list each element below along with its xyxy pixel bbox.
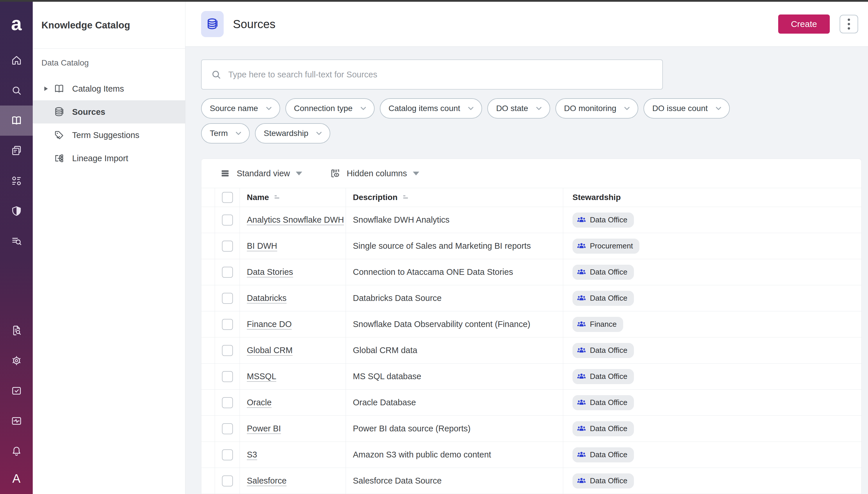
rail-monitoring[interactable] bbox=[0, 406, 33, 436]
source-name-link[interactable]: Databricks bbox=[247, 293, 287, 303]
view-selector[interactable]: Standard view bbox=[220, 168, 302, 178]
rail-knowledge-catalog[interactable] bbox=[0, 106, 33, 136]
table-row[interactable]: MSSQL MS SQL database Data Office bbox=[201, 363, 861, 390]
row-checkbox[interactable] bbox=[222, 423, 233, 434]
create-button[interactable]: Create bbox=[778, 15, 830, 34]
filter-do-state[interactable]: DO state bbox=[487, 98, 550, 118]
rail-settings[interactable] bbox=[0, 346, 33, 376]
stewardship-badge[interactable]: Data Office bbox=[572, 212, 634, 228]
table-row[interactable]: Global CRM Global CRM data Data Office bbox=[201, 338, 861, 363]
row-checkbox[interactable] bbox=[222, 214, 233, 226]
sort-icon[interactable] bbox=[274, 193, 282, 202]
row-checkbox[interactable] bbox=[222, 241, 233, 252]
chevron-down-icon bbox=[467, 104, 475, 113]
sidebar-item-term-suggestions[interactable]: Term Suggestions bbox=[33, 124, 185, 147]
source-name-link[interactable]: Finance DO bbox=[247, 320, 292, 329]
rail-documents[interactable] bbox=[0, 136, 33, 166]
expand-caret-icon[interactable] bbox=[44, 86, 53, 91]
sort-icon[interactable] bbox=[402, 193, 411, 202]
select-all-checkbox[interactable] bbox=[222, 192, 233, 203]
table-row[interactable]: Finance DO Snowflake Data Observability … bbox=[201, 311, 861, 338]
row-checkbox[interactable] bbox=[222, 371, 233, 382]
source-name-link[interactable]: Salesforce bbox=[247, 476, 287, 486]
stewardship-badge[interactable]: Data Office bbox=[572, 395, 634, 410]
table-row[interactable]: Databricks Databricks Data Source Data O… bbox=[201, 285, 861, 311]
lineage-icon bbox=[54, 153, 65, 164]
stewardship-badge[interactable]: Data Office bbox=[572, 447, 634, 462]
column-header-description[interactable]: Description bbox=[353, 193, 397, 202]
stewardship-badge[interactable]: Data Office bbox=[572, 369, 634, 384]
stewardship-badge[interactable]: Finance bbox=[572, 317, 623, 332]
chevron-down-icon bbox=[315, 129, 323, 138]
rail-tasks[interactable] bbox=[0, 376, 33, 406]
row-checkbox[interactable] bbox=[222, 475, 233, 487]
source-description: Oracle Database bbox=[353, 398, 416, 407]
source-description: Amazon S3 with public demo content bbox=[353, 450, 491, 459]
stewardship-badge[interactable]: Data Office bbox=[572, 473, 634, 489]
filter-term[interactable]: Term bbox=[201, 123, 250, 144]
rail-bottom-group: A bbox=[0, 316, 33, 494]
stewardship-badge[interactable]: Data Office bbox=[572, 343, 634, 358]
row-checkbox[interactable] bbox=[222, 267, 233, 278]
row-checkbox[interactable] bbox=[222, 397, 233, 408]
filter-do-monitoring[interactable]: DO monitoring bbox=[555, 98, 638, 118]
stewardship-badge[interactable]: Procurement bbox=[572, 239, 639, 254]
source-name-link[interactable]: Power BI bbox=[247, 424, 281, 433]
stewardship-badge[interactable]: Data Office bbox=[572, 421, 634, 436]
more-actions-button[interactable] bbox=[840, 15, 858, 33]
source-name-link[interactable]: Analytics Snowflake DWH bbox=[247, 215, 344, 225]
search-input[interactable] bbox=[228, 70, 655, 79]
people-group-icon bbox=[576, 346, 586, 356]
components-icon bbox=[11, 175, 22, 187]
table-row[interactable]: Analytics Snowflake DWH Snowflake DWH An… bbox=[201, 207, 861, 233]
table-row[interactable]: BI DWH Single source of Sales and Market… bbox=[201, 233, 861, 259]
chevron-down-icon bbox=[623, 104, 631, 113]
table-row[interactable]: Power BI Power BI data source (Reports) … bbox=[201, 416, 861, 442]
source-name-link[interactable]: Oracle bbox=[247, 398, 272, 407]
source-name-link[interactable]: BI DWH bbox=[247, 241, 277, 251]
hidden-columns-selector[interactable]: Hidden columns bbox=[330, 168, 419, 178]
table-view-icon bbox=[220, 168, 230, 178]
rail-home[interactable] bbox=[0, 45, 33, 75]
monitoring-icon bbox=[11, 415, 22, 427]
sidebar-item-sources[interactable]: Sources bbox=[33, 100, 185, 124]
column-header-name[interactable]: Name bbox=[247, 193, 269, 202]
filter-catalog-items-count[interactable]: Catalog items count bbox=[380, 98, 482, 118]
rail-document-search[interactable] bbox=[0, 316, 33, 346]
source-name-link[interactable]: S3 bbox=[247, 450, 257, 459]
row-checkbox[interactable] bbox=[222, 449, 233, 460]
source-description: MS SQL database bbox=[353, 372, 421, 381]
rail-governance[interactable] bbox=[0, 196, 33, 226]
filter-connection-type[interactable]: Connection type bbox=[285, 98, 375, 118]
table-row[interactable]: Data Stories Connection to Ataccama ONE … bbox=[201, 259, 861, 285]
stewardship-badge[interactable]: Data Office bbox=[572, 265, 634, 280]
rail-search[interactable] bbox=[0, 75, 33, 106]
filter-row-2: Term Stewardship bbox=[201, 123, 862, 144]
row-checkbox[interactable] bbox=[222, 319, 233, 330]
column-header-stewardship[interactable]: Stewardship bbox=[572, 193, 620, 202]
row-checkbox[interactable] bbox=[222, 345, 233, 356]
row-checkbox[interactable] bbox=[222, 293, 233, 304]
table-row[interactable]: Oracle Oracle Database Data Office bbox=[201, 390, 861, 416]
people-group-icon bbox=[576, 241, 586, 251]
filter-do-issue-count[interactable]: DO issue count bbox=[644, 98, 730, 118]
source-name-link[interactable]: Data Stories bbox=[247, 267, 293, 277]
people-group-icon bbox=[576, 320, 586, 329]
sidebar-item-lineage-import[interactable]: Lineage Import bbox=[33, 147, 185, 170]
database-icon bbox=[54, 107, 65, 117]
table-row[interactable]: Salesforce Salesforce Data Source Data O… bbox=[201, 468, 861, 494]
filter-source-name[interactable]: Source name bbox=[201, 98, 280, 118]
user-avatar[interactable]: A bbox=[12, 466, 20, 494]
table-row[interactable]: S3 Amazon S3 with public demo content Da… bbox=[201, 442, 861, 468]
sidebar-item-catalog-items[interactable]: Catalog Items bbox=[33, 77, 185, 100]
search-icon bbox=[11, 85, 22, 96]
rail-profiling[interactable] bbox=[0, 226, 33, 256]
stewardship-badge[interactable]: Data Office bbox=[572, 291, 634, 306]
sidebar-item-label: Term Suggestions bbox=[72, 131, 139, 140]
rail-notifications[interactable] bbox=[0, 436, 33, 466]
filter-stewardship[interactable]: Stewardship bbox=[255, 123, 330, 144]
rail-components[interactable] bbox=[0, 166, 33, 196]
app-logo[interactable]: a bbox=[0, 2, 33, 45]
source-name-link[interactable]: MSSQL bbox=[247, 372, 276, 381]
source-name-link[interactable]: Global CRM bbox=[247, 346, 293, 355]
